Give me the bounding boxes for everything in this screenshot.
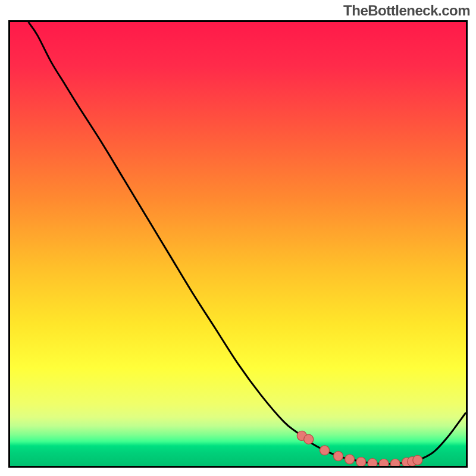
gradient-background — [10, 22, 466, 466]
marker-point — [413, 455, 422, 465]
marker-point — [333, 452, 343, 461]
marker-point — [304, 434, 314, 444]
marker-point — [320, 446, 329, 455]
marker-point — [379, 459, 389, 466]
plot-area — [8, 20, 468, 468]
marker-point — [356, 457, 366, 466]
marker-point — [345, 455, 355, 464]
bottleneck-chart — [10, 22, 466, 466]
attribution-text: TheBottleneck.com — [343, 2, 470, 19]
marker-point — [390, 459, 400, 466]
chart-frame: TheBottleneck.com — [0, 0, 476, 476]
marker-point — [368, 458, 377, 466]
